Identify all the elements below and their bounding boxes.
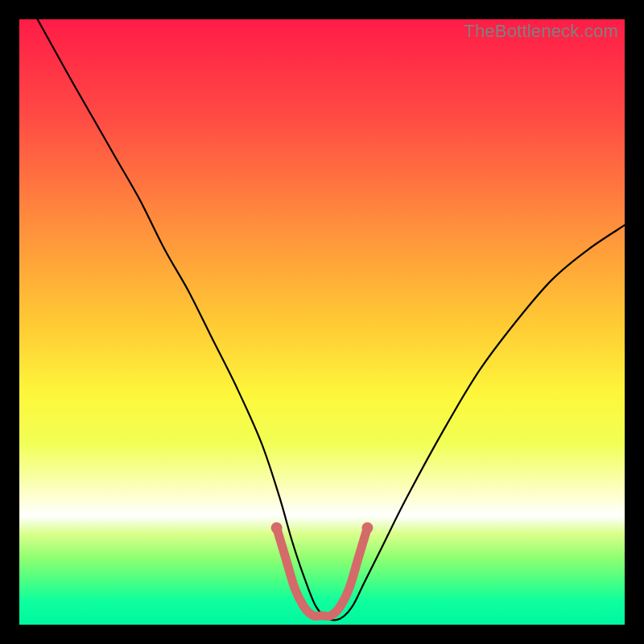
plot-area: TheBottleneck.com	[19, 19, 625, 625]
valley-highlight-dot	[361, 522, 373, 534]
chart-frame: TheBottleneck.com	[0, 0, 644, 644]
curve-layer	[19, 19, 625, 625]
valley-highlight-dot	[271, 522, 283, 534]
bottleneck-curve-path	[38, 19, 625, 620]
